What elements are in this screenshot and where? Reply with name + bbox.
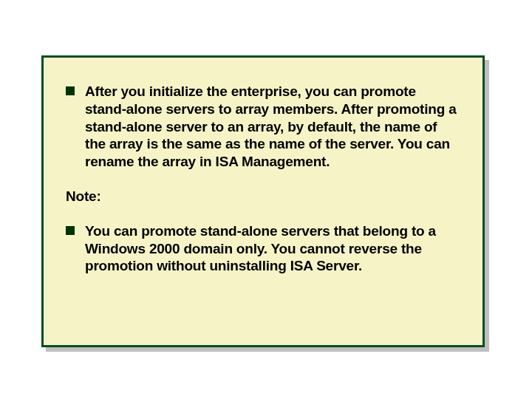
square-bullet-icon [66,226,75,235]
bullet-text-1: After you initialize the enterprise, you… [85,83,460,171]
info-panel: After you initialize the enterprise, you… [41,55,485,347]
bullet-row-1: After you initialize the enterprise, you… [66,83,460,171]
note-label: Note: [66,188,460,205]
slide-container: After you initialize the enterprise, you… [41,55,488,351]
panel-content: After you initialize the enterprise, you… [44,58,482,315]
bullet-text-2: You can promote stand-alone servers that… [85,222,460,275]
square-bullet-icon [66,86,75,95]
bullet-row-2: You can promote stand-alone servers that… [66,222,460,275]
